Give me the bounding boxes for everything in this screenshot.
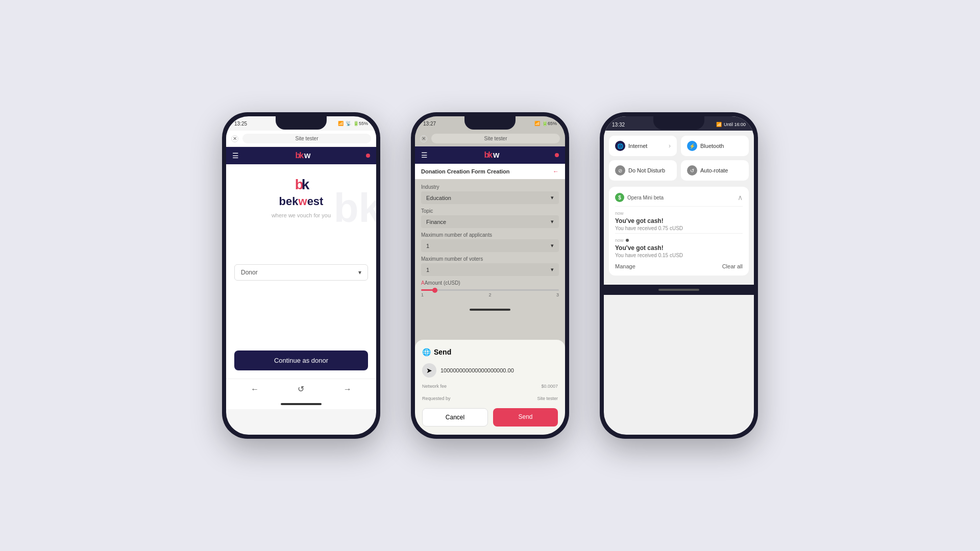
tagline: where we vouch for you [272, 212, 331, 218]
clear-all-button[interactable]: Clear all [722, 263, 743, 269]
status-time-3: 13:32 [612, 122, 625, 128]
send-requested-by: Requested by Site tester [422, 396, 558, 401]
notification-actions: Manage Clear all [615, 263, 743, 269]
chevron-right-icon: › [669, 142, 671, 149]
donor-dropdown[interactable]: Donor ▾ [234, 264, 368, 281]
notification-item-2: now You've got cash! You have received 0… [615, 233, 743, 258]
send-modal-buttons: Cancel Send [422, 408, 558, 427]
send-button[interactable]: Send [493, 408, 558, 427]
requested-by-value: Site tester [537, 396, 558, 401]
internet-button[interactable]: 🌐 Internet › [609, 136, 677, 156]
status-icons-2: 📶 🔋65% [534, 121, 557, 126]
network-fee-label: Network fee [422, 384, 447, 389]
close-button-2[interactable]: ✕ [420, 135, 427, 142]
internet-icon: 🌐 [615, 141, 625, 151]
notification-dot-2 [555, 153, 559, 157]
hamburger-icon-2[interactable]: ☰ [421, 151, 428, 159]
amount-slider[interactable]: 1 2 3 [421, 287, 559, 299]
notification-title-1: You've got cash! [615, 217, 743, 224]
topic-field: Topic Finance ▾ [421, 208, 559, 228]
refresh-button[interactable]: ↺ [298, 384, 304, 394]
until-label: Until 16:00 [724, 122, 746, 127]
notification-body-2: You have received 0.15 cUSD [615, 253, 743, 258]
notification-title-2: You've got cash! [615, 244, 743, 252]
send-modal-title: 🌐 Send [422, 348, 558, 356]
bekwest-logo-header-2: bk w [484, 151, 498, 160]
notch-1 [276, 116, 327, 130]
send-meta: Network fee $0.0007 [422, 384, 558, 389]
app-header-1: ☰ bk w [226, 147, 376, 164]
notification-panel: 🌐 Internet › ⚡ Bluetooth ⊘ Do Not Distur… [604, 131, 754, 285]
chevron-icon-topic: ▾ [551, 218, 554, 225]
new-dot [626, 239, 629, 242]
signal-icon-3: 📶 [716, 122, 722, 127]
send-amount-row: ➤ 100000000000000000000.00 [422, 363, 558, 378]
opera-mini-icon: $ [615, 193, 624, 202]
auto-rotate-icon: ↺ [687, 165, 697, 176]
notification-item-1: now You've got cash! You have received 0… [615, 206, 743, 231]
max-applicants-select[interactable]: 1 ▾ [421, 239, 559, 252]
chevron-icon-industry: ▾ [551, 194, 554, 201]
browser-bar-2: ✕ Site tester [415, 131, 565, 146]
status-time-2: 13:27 [423, 121, 436, 127]
bluetooth-button[interactable]: ⚡ Bluetooth [681, 136, 749, 156]
notification-time-1: now [615, 211, 743, 216]
url-bar-1[interactable]: Site tester [242, 134, 371, 143]
do-not-disturb-button[interactable]: ⊘ Do Not Disturb [609, 160, 677, 181]
phone-2: 13:27 📶 🔋65% ✕ Site tester ☰ bk w Donati… [411, 112, 569, 439]
home-indicator-3 [604, 285, 754, 295]
industry-select[interactable]: Education ▾ [421, 191, 559, 204]
close-button-1[interactable]: ✕ [231, 135, 238, 142]
continue-button[interactable]: Continue as donor [234, 350, 368, 370]
browser-bar-1: ✕ Site tester [226, 131, 376, 147]
industry-field: Industry Education ▾ [421, 184, 559, 204]
status-icons-3: 📶 Until 16:00 [716, 122, 746, 127]
send-globe-icon: 🌐 [422, 348, 431, 356]
battery-2: 🔋65% [542, 121, 557, 126]
cancel-button[interactable]: Cancel [422, 408, 488, 427]
notch-2 [464, 116, 516, 130]
topic-select[interactable]: Finance ▾ [421, 215, 559, 228]
home-indicator-2 [415, 305, 565, 315]
auto-rotate-label: Auto-rotate [700, 167, 728, 173]
notification-time-2: now [615, 238, 743, 243]
home-indicator-1 [226, 399, 376, 409]
quick-settings: 🌐 Internet › ⚡ Bluetooth ⊘ Do Not Distur… [609, 136, 749, 181]
chevron-icon-voters: ▾ [551, 266, 554, 273]
amount-field: AAmount (cUSD) 1 2 3 [421, 280, 559, 299]
phone-3: 13:32 📶 Until 16:00 🌐 Internet › [600, 112, 758, 439]
back-arrow-icon[interactable]: ← [553, 168, 559, 175]
notification-app-name: Opera Mini beta [627, 195, 664, 201]
manage-button[interactable]: Manage [615, 263, 635, 269]
battery-1: 🔋55% [353, 121, 368, 126]
send-arrow-icon: ➤ [422, 363, 436, 378]
auto-rotate-button[interactable]: ↺ Auto-rotate [681, 160, 749, 181]
max-applicants-label: Maximum number of applicants [421, 232, 559, 238]
network-fee-value: $0.0007 [541, 384, 558, 389]
bluetooth-icon: ⚡ [687, 141, 697, 151]
status-icons-1: 📶 📡 🔋55% [338, 121, 368, 126]
send-amount: 100000000000000000000.00 [440, 367, 514, 373]
notification-card: $ Opera Mini beta ∧ now You've got cash!… [609, 187, 749, 276]
form-title: Donation Creation Form Creation [421, 168, 510, 174]
amount-label: AAmount (cUSD) [421, 280, 559, 286]
phone-nav-1: ← ↺ → [226, 379, 376, 399]
hamburger-icon[interactable]: ☰ [232, 152, 239, 160]
bekwest-logo-main: bk bekwest [279, 177, 324, 208]
phone1-main-content: bk bk bekwest where we vouch for you Don… [226, 164, 376, 379]
internet-label: Internet [628, 143, 647, 149]
collapse-icon[interactable]: ∧ [738, 193, 743, 202]
industry-label: Industry [421, 184, 559, 190]
back-button[interactable]: ← [251, 385, 259, 394]
notification-app-info: $ Opera Mini beta [615, 193, 664, 202]
logo-icon-big: bk [295, 177, 308, 193]
send-modal: 🌐 Send ➤ 100000000000000000000.00 Networ… [415, 340, 565, 435]
requested-by-label: Requested by [422, 396, 451, 401]
bluetooth-label: Bluetooth [700, 143, 724, 149]
forward-button[interactable]: → [344, 385, 352, 394]
url-bar-2[interactable]: Site tester [431, 134, 560, 143]
max-voters-select[interactable]: 1 ▾ [421, 263, 559, 276]
app-header-2: ☰ bk w [415, 146, 565, 164]
signal-icon: 📡 [346, 121, 351, 126]
topic-label: Topic [421, 208, 559, 214]
